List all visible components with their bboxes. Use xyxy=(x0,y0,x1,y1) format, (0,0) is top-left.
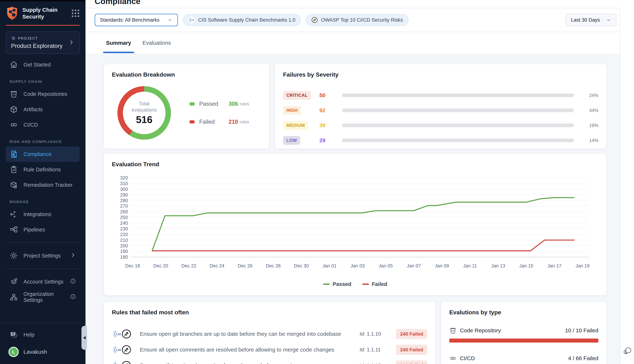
share-icon xyxy=(10,210,18,218)
svg-text:260: 260 xyxy=(120,209,128,214)
failed-rule-row[interactable]: CIS Ensure open git branches are up to d… xyxy=(112,326,427,342)
sidebar-item-project-settings[interactable]: Project Settings xyxy=(6,248,80,264)
severity-row-critical: CRITICAL 50 24% xyxy=(283,91,598,100)
sidebar-item-organization-settings[interactable]: Organization Settings xyxy=(6,290,80,305)
tab-evaluations[interactable]: Evaluations xyxy=(140,32,174,54)
project-name: Product Exploratory xyxy=(11,42,68,49)
page-header: Compliance xyxy=(86,0,634,8)
standards-filter-dropdown[interactable]: Standards: All Benchmarks xyxy=(95,14,178,26)
pipeline-icon xyxy=(10,226,18,234)
sidebar-item-artifacts[interactable]: Artifacts xyxy=(6,102,80,117)
sidebar-bottom-section: ? Help L Lavakush xyxy=(0,323,86,364)
svg-text:250: 250 xyxy=(120,215,128,220)
brand-divider xyxy=(6,25,80,26)
benchmark-pills: CIS CIS Software Supply Chain Benchmarks… xyxy=(183,14,408,26)
standards-filter-value: Standards: All Benchmarks xyxy=(100,17,159,23)
tab-summary[interactable]: Summary xyxy=(103,32,134,54)
svg-text:Jan 19: Jan 19 xyxy=(575,263,590,268)
breakdown-legend: Passed 306 rules Failed 210 rules xyxy=(189,100,249,125)
evaluations-type-list: Code Repository 10 / 10 Failed CI/CD 4 /… xyxy=(449,327,598,364)
svg-text:CIS: CIS xyxy=(191,19,194,21)
sidebar-item-get-started[interactable]: Get Started xyxy=(6,57,80,72)
rule-description: Ensure open git branches are up to date … xyxy=(140,331,355,337)
severity-badge: MEDIUM xyxy=(283,121,308,130)
svg-text:Jan 07: Jan 07 xyxy=(407,263,421,268)
main-area: Compliance Standards: All Benchmarks CIS… xyxy=(86,0,634,364)
svg-text:?: ? xyxy=(12,332,14,336)
sidebar-item-compliance[interactable]: Compliance xyxy=(6,146,80,162)
svg-text:Jan 09: Jan 09 xyxy=(435,263,449,268)
cis-logo-icon: CIS xyxy=(188,16,195,24)
severity-list: CRITICAL 50 24%HIGH 92 44%MEDIUM 39 19%L… xyxy=(283,91,598,145)
chevron-down-icon xyxy=(167,18,173,22)
sidebar-item-integrations[interactable]: Integrations xyxy=(6,206,80,222)
svg-text:210: 210 xyxy=(120,238,128,243)
failed-rule-row[interactable]: CIS Ensure verifying signed commits of n… xyxy=(112,358,427,364)
type-progress-bar xyxy=(449,338,598,342)
svg-text:Dec 28: Dec 28 xyxy=(266,263,281,268)
nav-section-header: SUPPLY CHAIN xyxy=(10,79,86,84)
owasp-logo-icon xyxy=(311,16,318,24)
cube-icon xyxy=(11,36,16,41)
svg-text:190: 190 xyxy=(120,249,128,254)
sidebar-item-help[interactable]: ? Help xyxy=(6,327,80,342)
legend-unit: rules xyxy=(240,101,249,106)
severity-count: 92 xyxy=(320,108,337,114)
filter-toolbar: Standards: All Benchmarks CIS CIS Softwa… xyxy=(86,8,634,32)
sidebar-item-ci-cd[interactable]: CI/CD xyxy=(6,117,80,132)
sidebar-item-code-repositories[interactable]: Code Repositories xyxy=(6,86,80,102)
evaluation-type-row-code-repository: Code Repository 10 / 10 Failed xyxy=(449,327,598,342)
benchmark-pill-cis-software-supply-chai[interactable]: CIS CIS Software Supply Chain Benchmarks… xyxy=(183,14,301,26)
trend-line-failed xyxy=(152,240,574,251)
clipboard-icon xyxy=(10,165,18,174)
benchmark-pill-label: OWASP Top 10 CI/CD Security Risks xyxy=(321,17,403,23)
svg-text:Jan 13: Jan 13 xyxy=(491,263,505,268)
chevron-right-icon xyxy=(70,252,76,259)
sidebar-item-label: Rule Definitions xyxy=(24,166,61,173)
sidebar-nav: Get StartedSUPPLY CHAIN Code Repositorie… xyxy=(0,57,86,237)
avatar: L xyxy=(9,347,19,357)
svg-text:Jan 15: Jan 15 xyxy=(519,263,533,268)
failed-rules-card: Rules that failed most often CIS Ensure … xyxy=(104,301,436,364)
svg-text:300: 300 xyxy=(120,186,128,192)
owasp-logo-icon xyxy=(121,329,132,339)
sidebar-item-remediation-tracker[interactable]: Remediation Tracker xyxy=(6,177,80,193)
sidebar-item-account-settings[interactable]: Account Settings xyxy=(6,274,80,290)
evaluation-trend-card: Evaluation Trend 18019020021022023024025… xyxy=(104,153,607,296)
svg-text:Dec 20: Dec 20 xyxy=(153,263,168,268)
svg-text:Dec 30: Dec 30 xyxy=(294,263,309,268)
page-title: Compliance xyxy=(95,0,140,6)
breakdown-legend-item: Failed 210 rules xyxy=(189,118,249,125)
sidebar-collapse-handle[interactable] xyxy=(82,326,87,350)
legend-swatch xyxy=(189,120,195,124)
owasp-logo-icon xyxy=(121,360,132,364)
org-icon xyxy=(10,293,18,301)
project-selector[interactable]: PROJECT Product Exploratory xyxy=(6,32,80,54)
svg-text:Dec 22: Dec 22 xyxy=(181,263,196,268)
benchmark-pill-owasp-top-10-ci-cd-secur[interactable]: OWASP Top 10 CI/CD Security Risks xyxy=(306,14,409,26)
user-menu[interactable]: L Lavakush xyxy=(6,344,80,360)
box-icon xyxy=(10,105,18,114)
severity-badge: CRITICAL xyxy=(283,91,311,100)
card-title: Failures by Severity xyxy=(283,71,598,78)
donut-center-label: Total xyxy=(139,100,149,107)
date-range-dropdown[interactable]: Last 30 Days xyxy=(566,14,616,26)
owasp-logo-icon xyxy=(121,344,132,355)
sidebar-item-pipelines[interactable]: Pipelines xyxy=(6,222,80,237)
feedback-chat-icon[interactable] xyxy=(624,346,632,355)
svg-text:310: 310 xyxy=(120,181,128,186)
sidebar-item-label: Integrations xyxy=(24,211,51,217)
severity-bar xyxy=(342,124,574,127)
sidebar-item-rule-definitions[interactable]: Rule Definitions xyxy=(6,162,80,177)
sidebar-item-label: Help xyxy=(24,332,35,338)
svg-text:280: 280 xyxy=(120,198,128,203)
rule-description: Ensure all open comments are resolved be… xyxy=(140,346,355,353)
app-switcher-icon[interactable] xyxy=(72,10,79,17)
failed-rule-row[interactable]: CIS Ensure all open comments are resolve… xyxy=(112,342,427,358)
sidebar-item-label: Pipelines xyxy=(24,227,45,233)
sidebar-item-label: Get Started xyxy=(24,62,51,68)
type-label: Code Repository xyxy=(460,327,501,334)
legend-value: 306 xyxy=(229,100,238,107)
tab-bar: SummaryEvaluations xyxy=(86,32,634,54)
legend-unit: rules xyxy=(240,119,249,124)
